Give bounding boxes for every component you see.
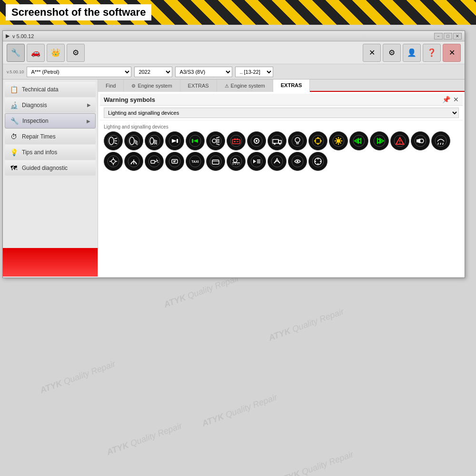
tab-extras-1[interactable]: EXTRAS	[180, 79, 217, 92]
svg-rect-71	[416, 139, 418, 142]
panel-header-icons: 📌 ✕	[442, 96, 459, 103]
warning-icon-highbeam[interactable]	[206, 131, 225, 150]
warning-icon-special[interactable]	[308, 152, 327, 171]
warning-icon-arrow-right[interactable]	[370, 131, 389, 150]
warning-icon-battery[interactable]	[227, 131, 246, 150]
sidebar: 📋 Technical data 🔬 Diagnosis ▶ 🔧 Inspect…	[3, 79, 98, 277]
warning-icon-turn-signal[interactable]	[165, 131, 184, 150]
minimize-button[interactable]: −	[434, 33, 443, 40]
warning-icon-service[interactable]	[308, 131, 327, 150]
section-dropdown[interactable]: Lighting and signalling devices	[104, 108, 459, 118]
toolbar-btn-wrench[interactable]: 🔧	[7, 44, 25, 62]
sidebar-label-inspection: Inspection	[22, 118, 83, 124]
sidebar-label-guided-diagnostic: Guided diagnostic	[22, 165, 91, 171]
main-panel: Find ⚙ Engine system EXTRAS ⚠ Engine sys…	[98, 79, 465, 277]
toolbar-btn-car[interactable]: 🚗	[27, 44, 45, 62]
toolbar-btn-help[interactable]: ❓	[423, 44, 441, 62]
app-icon: ▶	[6, 33, 10, 39]
warning-icon-headlight-low[interactable]	[124, 131, 143, 150]
warning-icon-wiper[interactable]	[124, 152, 143, 171]
toolbar-btn-user[interactable]: 👤	[403, 44, 421, 62]
tab-engine-icon-1: ⚙	[131, 83, 136, 89]
svg-point-87	[156, 159, 157, 160]
warning-icon-rear-fog[interactable]	[247, 152, 266, 171]
svg-point-90	[169, 156, 180, 167]
panel-title: Warning symbols	[104, 96, 155, 103]
tab-find-label: Find	[106, 83, 116, 89]
warning-icon-spray[interactable]	[145, 152, 164, 171]
svg-point-109	[297, 160, 298, 162]
close-window-button[interactable]: ✕	[453, 33, 462, 40]
diagnosis-arrow: ▶	[87, 102, 91, 108]
tab-engine-system-1[interactable]: ⚙ Engine system	[124, 79, 180, 92]
warning-icon-truck[interactable]	[268, 131, 287, 150]
guided-diagnostic-icon: 🗺	[10, 164, 18, 172]
panel-close-icon[interactable]: ✕	[453, 96, 459, 103]
toolbar-btn-settings[interactable]: ⚙	[383, 44, 401, 62]
sidebar-label-tips: Tips and infos	[22, 149, 91, 156]
warning-icon-light-sensor[interactable]	[104, 152, 123, 171]
warning-icon-triangle[interactable]	[390, 131, 409, 150]
sidebar-item-technical-data[interactable]: 📋 Technical data	[5, 82, 96, 97]
svg-rect-32	[237, 139, 238, 140]
panel-pin-icon[interactable]: 📌	[442, 96, 450, 103]
warning-icon-curve-light[interactable]	[268, 152, 287, 171]
title-bar-controls[interactable]: − □ ✕	[434, 33, 462, 40]
toolbar-btn-close[interactable]: ✕	[443, 44, 461, 62]
vehicle-model-select[interactable]: A3/S3 (8V)	[175, 67, 232, 77]
sidebar-item-inspection[interactable]: 🔧 Inspection ▶	[5, 113, 96, 129]
svg-point-42	[274, 143, 276, 145]
sidebar-item-guided-diagnostic[interactable]: 🗺 Guided diagnostic	[5, 160, 96, 176]
toolbar-btn-crown[interactable]: 👑	[47, 44, 65, 62]
svg-line-74	[440, 143, 441, 145]
svg-rect-21	[192, 139, 193, 143]
tab-extras-2[interactable]: EXTRAS	[273, 79, 310, 92]
svg-rect-31	[234, 139, 236, 140]
watermark-3: ATYK Quality Repair	[162, 273, 240, 310]
sidebar-item-tips[interactable]: 💡 Tips and infos	[5, 145, 96, 160]
warning-icon-horn[interactable]	[411, 131, 430, 150]
tab-extras-label-2: EXTRAS	[281, 82, 302, 88]
tab-warning-icon: ⚠	[225, 83, 229, 89]
svg-point-22	[210, 135, 221, 147]
software-window: ▶ v 5.00.12 − □ ✕ 🔧 🚗 👑 ⚙ ✕ ⚙ 👤 ❓	[2, 30, 465, 278]
toolbar-right: ✕ ⚙ 👤 ❓ ✕	[363, 44, 461, 62]
vehicle-range-select[interactable]: .. [13-22]	[235, 67, 273, 77]
sidebar-item-diagnosis[interactable]: 🔬 Diagnosis ▶	[5, 98, 96, 113]
svg-point-88	[157, 160, 158, 161]
vehicle-year-select[interactable]: 2022	[134, 67, 172, 77]
svg-point-84	[149, 156, 160, 167]
main-background: ATYK Quality Repair ATYK Quality Repair …	[0, 25, 476, 476]
tab-engine-label-1: Engine system	[138, 83, 172, 89]
vehicle-make-select[interactable]: A*** (Petrol)	[27, 67, 131, 77]
tab-find[interactable]: Find	[98, 79, 124, 92]
watermark-6: ATYK Quality Repair	[200, 392, 278, 429]
svg-point-76	[108, 156, 119, 167]
warning-icon-dimmer[interactable]	[165, 152, 184, 171]
warning-icon-bulb[interactable]	[288, 131, 307, 150]
sidebar-item-repair-times[interactable]: ⏱ Repair Times	[5, 129, 96, 144]
tab-engine-system-2[interactable]: ⚠ Engine system	[217, 79, 273, 92]
toolbar-btn-gear[interactable]: ⚙	[67, 44, 85, 62]
warning-icon-auto-light[interactable]	[206, 152, 225, 171]
maximize-button[interactable]: □	[444, 33, 452, 40]
warning-icon-rain[interactable]	[431, 131, 450, 150]
inspection-icon: 🔧	[10, 117, 19, 125]
svg-point-89	[158, 162, 159, 163]
warning-icon-fog-front[interactable]	[145, 131, 164, 150]
warning-icon-front-fog[interactable]	[227, 152, 246, 171]
warning-icon-extra[interactable]	[288, 152, 307, 171]
tab-bar: Find ⚙ Engine system EXTRAS ⚠ Engine sys…	[98, 79, 465, 92]
svg-point-110	[312, 156, 324, 167]
warning-icon-headlight-main[interactable]	[104, 131, 123, 150]
warning-icon-turn-left[interactable]	[186, 131, 205, 150]
warning-icon-arrow-left[interactable]	[349, 131, 368, 150]
panel-header: Warning symbols 📌 ✕	[100, 94, 463, 106]
warning-icon-taxi[interactable]: TAXI	[186, 152, 205, 171]
sidebar-label-technical-data: Technical data	[22, 86, 91, 93]
warning-icon-sun[interactable]	[329, 131, 348, 150]
svg-point-44	[292, 135, 303, 147]
watermark-7: ATYK Quality Repair	[105, 421, 183, 457]
toolbar-btn-x[interactable]: ✕	[363, 44, 381, 62]
warning-icon-parking-light[interactable]	[247, 131, 266, 150]
